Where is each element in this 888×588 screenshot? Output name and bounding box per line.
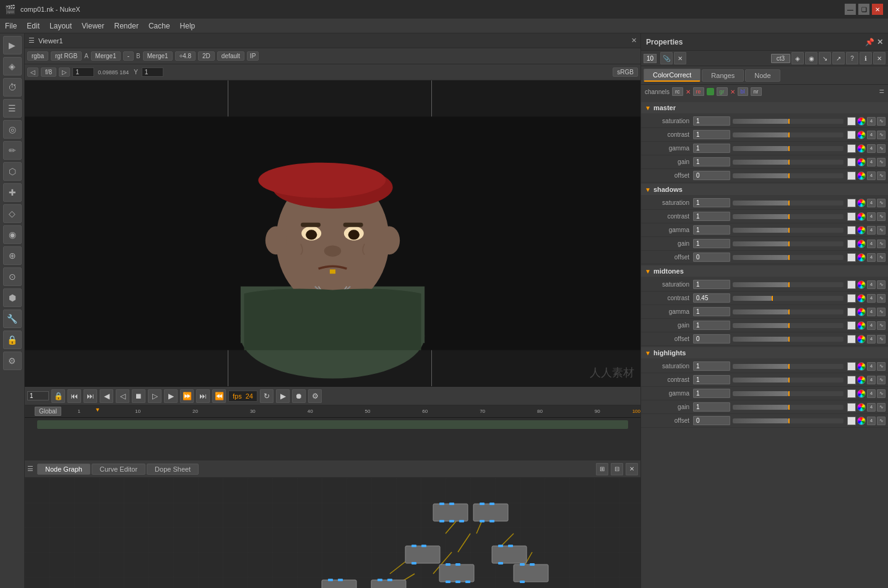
ms2[interactable] [857, 280, 866, 289]
tool-clock[interactable]: ⏱ [3, 78, 22, 97]
highlights-offset-input[interactable] [693, 416, 730, 425]
help-icon[interactable]: ? [846, 52, 858, 64]
info-icon[interactable]: ℹ [860, 52, 872, 64]
mg2b[interactable] [857, 308, 866, 316]
sg2[interactable] [857, 226, 866, 235]
mo3[interactable]: 4 [867, 171, 876, 180]
hs2[interactable] [857, 362, 866, 371]
tool-move[interactable]: ✚ [3, 183, 22, 202]
srgb-select[interactable]: sRGB [613, 67, 638, 77]
sg3[interactable]: 4 [867, 226, 876, 235]
tool-circle[interactable]: ◎ [3, 120, 22, 139]
hc1[interactable] [847, 376, 856, 384]
midtones-saturation-input[interactable] [693, 280, 730, 289]
hg2[interactable] [857, 389, 866, 398]
sg4[interactable]: ∿ [877, 226, 886, 235]
mgn3[interactable]: 4 [867, 158, 876, 166]
stop-btn[interactable]: ⏹ [132, 389, 145, 403]
bookmark-icon[interactable]: 📎 [660, 52, 673, 64]
white-swatch[interactable] [847, 117, 856, 126]
mof1[interactable] [847, 335, 856, 344]
ip-button[interactable]: IP [247, 51, 259, 61]
mgin1[interactable] [847, 321, 856, 330]
last-frame-btn[interactable]: ⏭ [196, 389, 210, 403]
props-close-btn[interactable]: ✕ [877, 38, 883, 46]
master-saturation-slider[interactable] [733, 119, 843, 124]
sc2[interactable] [857, 212, 866, 221]
panel-menu-icon[interactable]: ☰ [28, 37, 35, 45]
sc1[interactable] [847, 212, 856, 221]
f-stop[interactable]: f/8 [41, 67, 56, 77]
hof1[interactable] [847, 417, 856, 425]
mg2[interactable] [857, 144, 866, 153]
master-contrast-slider[interactable] [733, 132, 843, 137]
tab-ranges[interactable]: Ranges [702, 69, 744, 82]
midtones-offset-slider[interactable] [733, 337, 843, 342]
hg3[interactable]: 4 [867, 389, 876, 398]
channels-re[interactable]: re [693, 87, 704, 96]
bottom-panel-menu[interactable]: ☰ [27, 465, 33, 473]
section-highlights[interactable]: ▼ highlights [641, 347, 888, 358]
timeline-area[interactable] [25, 418, 640, 460]
tool-circle2[interactable]: ⊙ [3, 267, 22, 286]
output-icon[interactable]: ↗ [832, 52, 845, 64]
ci1[interactable] [847, 131, 856, 139]
menu-viewer[interactable]: Viewer [82, 22, 104, 30]
sof4[interactable]: ∿ [877, 253, 886, 262]
shadows-gamma-slider[interactable] [733, 228, 843, 233]
hs1[interactable] [847, 362, 856, 371]
maximize-button[interactable]: ❑ [858, 4, 869, 15]
channels-expand[interactable]: = [879, 87, 884, 97]
hg4[interactable]: ∿ [877, 389, 886, 398]
tool-plus[interactable]: ⊕ [3, 246, 22, 265]
hof2[interactable] [857, 417, 866, 425]
channels-rc[interactable]: rc [672, 87, 683, 96]
mg4[interactable]: ∿ [877, 144, 886, 153]
mc4[interactable]: ∿ [877, 294, 886, 303]
menu-file[interactable]: File [5, 22, 17, 30]
midtones-gain-slider[interactable] [733, 323, 843, 328]
midtones-gamma-input[interactable] [693, 307, 730, 316]
props-pin-btn[interactable]: 📌 [865, 38, 874, 46]
sc3[interactable]: 4 [867, 212, 876, 221]
channels-rc-x[interactable]: ✕ [686, 89, 691, 95]
mof3[interactable]: 4 [867, 335, 876, 344]
sgn2[interactable] [857, 240, 866, 248]
section-midtones[interactable]: ▼ midtones [641, 266, 888, 277]
highlights-gain-input[interactable] [693, 402, 730, 412]
mgin2[interactable] [857, 321, 866, 330]
tab-curve-editor[interactable]: Curve Editor [92, 464, 145, 475]
shadows-saturation-input[interactable] [693, 198, 730, 207]
hgn3[interactable]: 4 [867, 403, 876, 412]
ss2[interactable] [857, 199, 866, 207]
close-button[interactable]: ✕ [872, 4, 883, 15]
master-offset-input[interactable] [693, 171, 730, 180]
mo4[interactable]: ∿ [877, 171, 886, 180]
hs4[interactable]: ∿ [877, 362, 886, 371]
mg3[interactable]: 4 [867, 144, 876, 153]
current-frame-input[interactable] [27, 391, 49, 400]
hgn2[interactable] [857, 403, 866, 412]
next-frame-small[interactable]: ▷ [59, 67, 70, 77]
lut-select[interactable]: default [217, 51, 244, 61]
tab-colorcorrect[interactable]: ColorCorrect [644, 69, 700, 82]
mg1b[interactable] [847, 308, 856, 316]
tool-arrow[interactable]: ▶ [3, 36, 22, 54]
prev-frame-btn[interactable]: ◀ [100, 389, 113, 403]
shadows-offset-input[interactable] [693, 253, 730, 262]
highlights-gamma-input[interactable] [693, 389, 730, 398]
frame-y-input[interactable] [142, 67, 163, 77]
mc2[interactable] [857, 294, 866, 303]
shadows-gain-slider[interactable] [733, 241, 843, 246]
shadows-contrast-slider[interactable] [733, 214, 843, 219]
highlights-saturation-slider[interactable] [733, 364, 843, 369]
viewer-icon[interactable]: ◉ [805, 52, 817, 64]
prev-small-btn[interactable]: ◁ [116, 389, 129, 403]
next-frame-btn[interactable]: ▶ [164, 389, 178, 403]
record-btn[interactable]: ⏺ [292, 389, 306, 403]
ci4[interactable]: ∿ [877, 131, 886, 139]
merge-a-select[interactable]: Merge1 [91, 51, 121, 61]
hc4[interactable]: ∿ [877, 376, 886, 384]
midtones-gain-input[interactable] [693, 321, 730, 330]
mgn4[interactable]: ∿ [877, 158, 886, 166]
